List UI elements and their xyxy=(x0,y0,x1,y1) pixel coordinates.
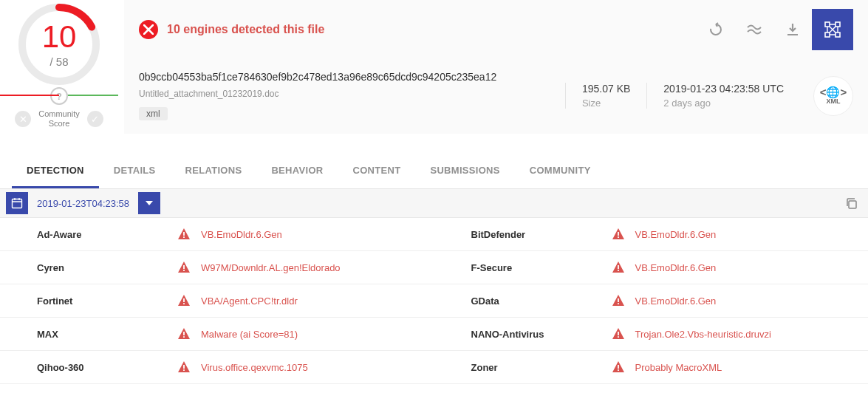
detection-verdict: VB.EmoDldr.6.Gen xyxy=(635,295,717,307)
community-score: ? ✕ Community Score ✓ xyxy=(0,95,118,129)
header: 10 / 58 ? ✕ Community Score ✓ 10 engines… xyxy=(0,0,868,134)
svg-rect-5 xyxy=(835,33,840,37)
warning-icon xyxy=(177,327,191,341)
svg-rect-4 xyxy=(825,33,830,37)
detection-verdict: Trojan.Ole2.Vbs-heuristic.druvzi xyxy=(635,329,771,340)
vendor-name: BitDefender xyxy=(471,229,612,240)
detection-verdict: Virus.office.qexvmc.1075 xyxy=(201,362,308,373)
vendor-name: Cyren xyxy=(37,262,177,273)
alert-icon xyxy=(139,20,158,39)
file-meta: 0b9ccb04553ba5f1ce784630ef9b2c478ed13a96… xyxy=(124,59,868,134)
analysis-date[interactable]: 2019-01-23T04:23:58 xyxy=(28,198,138,209)
svg-rect-22 xyxy=(618,332,619,335)
svg-rect-9 xyxy=(183,236,185,238)
score-ring: 10 / 58 xyxy=(16,1,102,87)
svg-rect-27 xyxy=(618,369,619,371)
reanalyze-button[interactable] xyxy=(697,10,735,49)
svg-rect-26 xyxy=(618,365,619,369)
tab-details[interactable]: DETAILS xyxy=(99,154,171,188)
table-row: MAXMalware (ai Score=81)NANO-AntivirusTr… xyxy=(0,318,868,351)
svg-rect-6 xyxy=(13,199,22,208)
vendor-name: Ad-Aware xyxy=(37,229,177,240)
calendar-icon[interactable] xyxy=(6,192,28,214)
detection-verdict: W97M/Downldr.AL.gen!Eldorado xyxy=(201,262,341,273)
file-tag[interactable]: xml xyxy=(139,107,168,120)
svg-rect-15 xyxy=(618,270,619,271)
warning-icon xyxy=(177,360,191,374)
svg-rect-10 xyxy=(618,232,619,236)
time-value: 2019-01-23 04:23:58 UTC xyxy=(663,83,784,95)
detection-verdict: VBA/Agent.CPC!tr.dldr xyxy=(201,295,298,307)
table-row: CyrenW97M/Downldr.AL.gen!EldoradoF-Secur… xyxy=(0,251,868,284)
svg-rect-23 xyxy=(618,336,619,338)
warning-icon xyxy=(612,327,625,341)
vote-down-icon[interactable]: ✕ xyxy=(15,111,31,127)
detection-verdict: VB.EmoDldr.6.Gen xyxy=(635,262,717,273)
file-hash: 0b9ccb04553ba5f1ce784630ef9b2c478ed13a96… xyxy=(139,71,553,83)
size-label: Size xyxy=(582,98,630,109)
detection-results: Ad-AwareVB.EmoDldr.6.GenBitDefenderVB.Em… xyxy=(0,218,868,384)
vendor-name: GData xyxy=(471,295,612,307)
banner-text: 10 engines detected this file xyxy=(167,23,697,36)
svg-rect-12 xyxy=(183,265,185,269)
tab-detection[interactable]: DETECTION xyxy=(12,154,99,188)
svg-rect-13 xyxy=(183,270,185,271)
svg-rect-18 xyxy=(618,298,619,302)
table-row: FortinetVBA/Agent.CPC!tr.dldrGDataVB.Emo… xyxy=(0,284,868,318)
graph-button[interactable] xyxy=(812,9,853,50)
svg-rect-17 xyxy=(183,303,185,304)
detection-verdict: VB.EmoDldr.6.Gen xyxy=(635,229,717,240)
time-column: 2019-01-23 04:23:58 UTC 2 days ago xyxy=(646,83,800,109)
main-info: 10 engines detected this file 0b9ccb0455… xyxy=(124,0,868,134)
warning-icon xyxy=(612,360,625,374)
tabs: DETECTION DETAILS RELATIONS BEHAVIOR CON… xyxy=(0,154,868,189)
score-block: 10 / 58 ? ✕ Community Score ✓ xyxy=(0,0,118,129)
vendor-name: Zoner xyxy=(471,362,612,373)
svg-rect-24 xyxy=(183,365,185,369)
svg-rect-20 xyxy=(183,332,185,335)
vote-up-icon[interactable]: ✓ xyxy=(87,111,103,127)
vendor-name: F-Secure xyxy=(471,262,612,273)
svg-rect-25 xyxy=(183,369,185,371)
vendor-name: MAX xyxy=(37,329,177,340)
detection-banner: 10 engines detected this file xyxy=(124,0,868,59)
tab-submissions[interactable]: SUBMISSIONS xyxy=(415,154,514,188)
warning-icon xyxy=(612,261,625,274)
size-column: 195.07 KB Size xyxy=(565,83,646,109)
svg-rect-14 xyxy=(618,265,619,269)
tab-content[interactable]: CONTENT xyxy=(338,154,415,188)
community-score-label: Community Score xyxy=(38,109,80,129)
time-label: 2 days ago xyxy=(663,98,784,109)
svg-rect-19 xyxy=(618,303,619,304)
svg-rect-16 xyxy=(183,298,185,302)
vendor-name: Qihoo-360 xyxy=(37,362,177,373)
vendor-name: Fortinet xyxy=(37,295,177,307)
tab-behavior[interactable]: BEHAVIOR xyxy=(256,154,338,188)
download-button[interactable] xyxy=(773,10,812,49)
detection-verdict: Probably MacroXML xyxy=(635,362,722,373)
detection-verdict: Malware (ai Score=81) xyxy=(201,329,298,340)
table-row: Ad-AwareVB.EmoDldr.6.GenBitDefenderVB.Em… xyxy=(0,218,868,251)
copy-icon[interactable] xyxy=(840,192,862,214)
date-dropdown[interactable] xyxy=(138,192,160,214)
svg-rect-21 xyxy=(183,336,185,338)
svg-rect-7 xyxy=(849,201,856,208)
warning-icon xyxy=(177,228,191,241)
svg-rect-8 xyxy=(183,232,185,236)
detection-verdict: VB.EmoDldr.6.Gen xyxy=(201,229,282,240)
tab-relations[interactable]: RELATIONS xyxy=(171,154,257,188)
svg-rect-3 xyxy=(835,22,840,27)
warning-icon xyxy=(612,294,625,307)
filetype-text: XML xyxy=(827,98,841,105)
warning-icon xyxy=(612,228,625,241)
vendor-name: NANO-Antivirus xyxy=(471,329,612,340)
svg-rect-11 xyxy=(618,236,619,238)
tab-community[interactable]: COMMUNITY xyxy=(515,154,606,188)
table-row: Qihoo-360Virus.office.qexvmc.1075ZonerPr… xyxy=(0,351,868,384)
size-value: 195.07 KB xyxy=(582,83,630,95)
warning-icon xyxy=(177,261,191,274)
similar-button[interactable] xyxy=(735,10,773,49)
file-name: Untitled_attachment_01232019.doc xyxy=(139,89,553,99)
analysis-toolbar: 2019-01-23T04:23:58 xyxy=(0,189,868,218)
warning-icon xyxy=(177,294,191,307)
